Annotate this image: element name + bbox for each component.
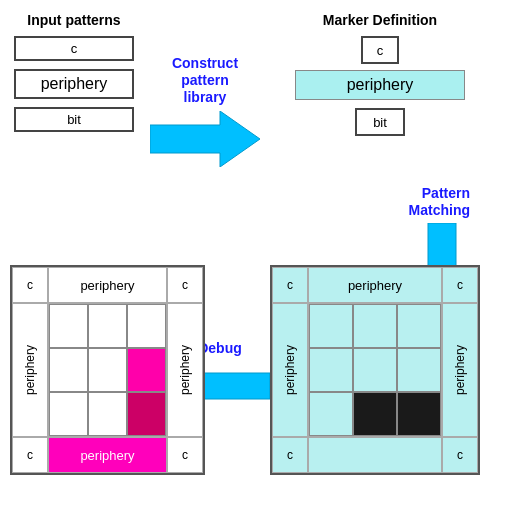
pm-bottom-right-c: c [442, 437, 478, 473]
dg-inner-5 [127, 348, 166, 392]
pm-top-left-c: c [272, 267, 308, 303]
pm-inner-3 [309, 348, 353, 392]
marker-definition-section: Marker Definition c periphery bit [295, 12, 465, 144]
pm-inner-6 [309, 392, 353, 436]
marker-periphery-box: periphery [295, 70, 465, 100]
dg-top-periphery: periphery [48, 267, 167, 303]
debug-grid-container: c periphery c periphery [10, 265, 210, 480]
dg-top-right-c: c [167, 267, 203, 303]
input-patterns-section: Input patterns c periphery bit [14, 12, 134, 140]
pattern-c: c [14, 36, 134, 61]
dg-bottom-right-c: c [167, 437, 203, 473]
dg-bottom-left-c: c [12, 437, 48, 473]
pm-inner-1 [353, 304, 397, 348]
debug-grid: c periphery c periphery [10, 265, 205, 475]
diagram: Input patterns c periphery bit Construct… [0, 0, 520, 525]
pattern-matching-label: PatternMatching [350, 185, 470, 219]
pm-top-right-c: c [442, 267, 478, 303]
dg-inner-4 [88, 348, 127, 392]
marker-def-title: Marker Definition [295, 12, 465, 28]
dg-right-periphery: periphery [167, 303, 203, 437]
dg-inner-3 [49, 348, 88, 392]
input-patterns-title: Input patterns [14, 12, 134, 28]
construct-arrow-icon [150, 111, 260, 167]
pm-grid: c periphery c periphery [270, 265, 480, 475]
dg-inner-0 [49, 304, 88, 348]
dg-center [48, 303, 167, 437]
pm-inner-8 [397, 392, 441, 436]
construct-arrow-label: Constructpatternlibrary [145, 55, 265, 105]
pm-inner-5 [397, 348, 441, 392]
dg-left-periphery: periphery [12, 303, 48, 437]
dg-bottom-periphery: periphery [48, 437, 167, 473]
pm-grid-container: c periphery c periphery [270, 265, 485, 480]
dg-inner-8 [127, 392, 166, 436]
svg-marker-0 [150, 111, 260, 167]
marker-bit-box: bit [355, 108, 405, 136]
pattern-periphery: periphery [14, 69, 134, 99]
pm-bottom-left-c: c [272, 437, 308, 473]
pm-inner-4 [353, 348, 397, 392]
pm-inner-7 [353, 392, 397, 436]
pm-center [308, 303, 442, 437]
dg-inner-6 [49, 392, 88, 436]
pattern-bit: bit [14, 107, 134, 132]
pm-bottom-periphery [308, 437, 442, 473]
dg-inner-2 [127, 304, 166, 348]
marker-c-box: c [361, 36, 399, 64]
pm-top-periphery: periphery [308, 267, 442, 303]
pm-right-periphery: periphery [442, 303, 478, 437]
pm-inner-0 [309, 304, 353, 348]
dg-inner-7 [88, 392, 127, 436]
construct-arrow-section: Constructpatternlibrary [145, 55, 265, 171]
pm-inner-2 [397, 304, 441, 348]
dg-inner-1 [88, 304, 127, 348]
dg-top-left-c: c [12, 267, 48, 303]
